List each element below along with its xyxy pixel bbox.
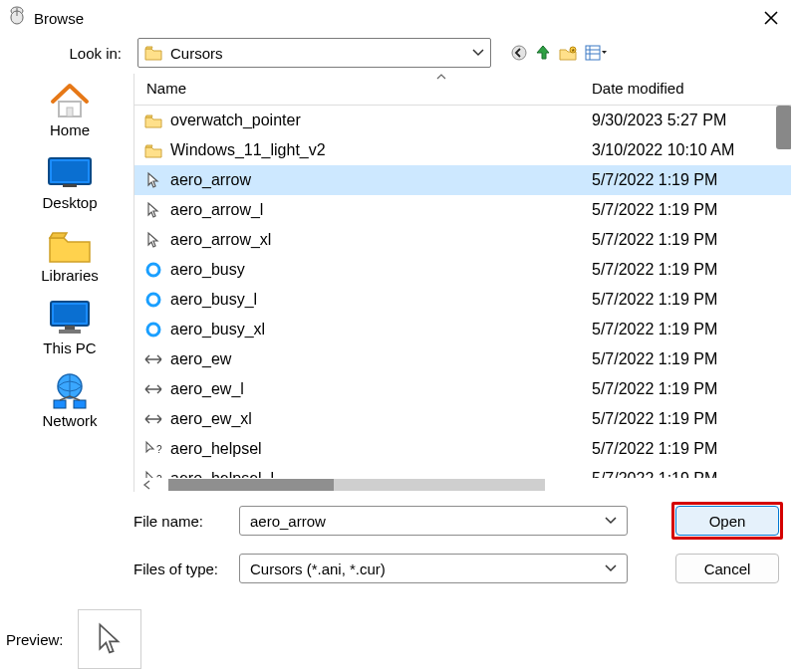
column-date-header[interactable]: Date modified xyxy=(592,80,791,97)
app-icon xyxy=(8,6,26,30)
file-date: 5/7/2022 1:19 PM xyxy=(592,321,791,338)
file-name: Windows_11_light_v2 xyxy=(164,141,592,159)
arrow-icon xyxy=(142,231,164,249)
busy-icon xyxy=(142,262,164,278)
file-row[interactable]: aero_busy5/7/2022 1:19 PM xyxy=(134,255,791,285)
file-row[interactable]: overwatch_pointer9/30/2023 5:27 PM xyxy=(134,106,791,135)
file-row[interactable]: aero_busy_xl5/7/2022 1:19 PM xyxy=(134,315,791,344)
filename-label: File name: xyxy=(14,513,227,530)
file-name: aero_busy xyxy=(164,261,592,279)
lookin-label: Look in: xyxy=(8,45,128,62)
svg-rect-11 xyxy=(67,108,73,116)
file-row[interactable]: aero_arrow_xl5/7/2022 1:19 PM xyxy=(134,225,791,255)
close-icon[interactable] xyxy=(757,8,785,28)
svg-rect-14 xyxy=(63,184,77,187)
file-date: 5/7/2022 1:19 PM xyxy=(592,171,791,189)
back-icon[interactable] xyxy=(511,45,527,61)
file-row[interactable]: Windows_11_light_v23/10/2022 10:10 AM xyxy=(134,135,791,165)
file-name: aero_helpsel xyxy=(164,440,592,458)
cancel-button[interactable]: Cancel xyxy=(675,554,779,583)
file-row[interactable]: aero_ew5/7/2022 1:19 PM xyxy=(134,344,791,374)
place-desktop-label: Desktop xyxy=(42,194,97,211)
file-row[interactable]: aero_arrow_l5/7/2022 1:19 PM xyxy=(134,195,791,225)
file-date: 5/7/2022 1:19 PM xyxy=(592,201,791,219)
ew-icon xyxy=(142,414,164,424)
file-date: 5/7/2022 1:19 PM xyxy=(592,291,791,309)
place-home-label: Home xyxy=(50,121,90,138)
busy-icon xyxy=(142,292,164,308)
file-name: aero_ew xyxy=(164,350,592,368)
arrow-icon xyxy=(142,201,164,219)
column-name-header[interactable]: Name xyxy=(142,80,592,97)
svg-point-26 xyxy=(147,324,159,336)
file-row[interactable]: aero_ew_xl5/7/2022 1:19 PM xyxy=(134,404,791,434)
svg-rect-6 xyxy=(586,46,600,60)
svg-rect-17 xyxy=(65,326,75,330)
svg-point-24 xyxy=(147,264,159,276)
filetype-select[interactable]: Cursors (*.ani, *.cur) xyxy=(239,554,628,583)
ew-icon xyxy=(142,354,164,364)
file-date: 5/7/2022 1:19 PM xyxy=(592,440,791,458)
horizontal-scrollbar[interactable] xyxy=(134,478,791,492)
file-name: aero_arrow xyxy=(164,171,592,189)
svg-point-3 xyxy=(512,46,526,60)
svg-rect-20 xyxy=(54,400,66,408)
place-libraries-label: Libraries xyxy=(41,267,99,284)
file-date: 5/7/2022 1:19 PM xyxy=(592,470,791,478)
file-row[interactable]: aero_ew_l5/7/2022 1:19 PM xyxy=(134,374,791,404)
file-date: 5/7/2022 1:19 PM xyxy=(592,350,791,368)
file-date: 3/10/2022 10:10 AM xyxy=(592,141,791,159)
sort-indicator-icon xyxy=(436,74,446,80)
ew-icon xyxy=(142,384,164,394)
file-name: aero_ew_l xyxy=(164,380,592,398)
svg-text:?: ? xyxy=(156,444,162,455)
up-icon[interactable] xyxy=(535,45,551,61)
folder-icon xyxy=(142,113,164,128)
file-name: overwatch_pointer xyxy=(164,112,592,129)
lookin-combo[interactable]: Cursors xyxy=(137,38,491,68)
svg-rect-16 xyxy=(54,305,86,323)
file-name: aero_busy_xl xyxy=(164,321,592,338)
help-icon: ? xyxy=(142,470,164,478)
places-bar: Home Desktop Libraries xyxy=(6,74,133,492)
arrow-icon xyxy=(142,171,164,189)
open-button-highlight: Open xyxy=(671,502,783,540)
place-thispc[interactable]: This PC xyxy=(10,300,130,356)
chevron-down-icon xyxy=(605,517,617,525)
file-name: aero_ew_xl xyxy=(164,410,592,428)
file-date: 5/7/2022 1:19 PM xyxy=(592,231,791,249)
view-menu-icon[interactable] xyxy=(585,45,607,61)
file-name: aero_arrow_xl xyxy=(164,231,592,249)
folder-icon xyxy=(144,46,162,60)
file-date: 5/7/2022 1:19 PM xyxy=(592,380,791,398)
place-libraries[interactable]: Libraries xyxy=(10,227,130,284)
file-row[interactable]: aero_arrow5/7/2022 1:19 PM xyxy=(134,165,791,195)
window-title: Browse xyxy=(34,10,84,27)
svg-text:?: ? xyxy=(156,474,162,478)
file-row[interactable]: ?aero_helpsel_l5/7/2022 1:19 PM xyxy=(134,464,791,478)
file-name: aero_busy_l xyxy=(164,291,592,309)
filetype-value: Cursors (*.ani, *.cur) xyxy=(250,560,386,577)
file-row[interactable]: ?aero_helpsel5/7/2022 1:19 PM xyxy=(134,434,791,464)
place-network[interactable]: Network xyxy=(10,372,130,429)
file-name: aero_helpsel_l xyxy=(164,470,592,478)
vertical-scrollbar[interactable] xyxy=(776,106,791,149)
place-network-label: Network xyxy=(42,412,97,429)
file-date: 5/7/2022 1:19 PM xyxy=(592,261,791,279)
open-button[interactable]: Open xyxy=(675,506,779,536)
new-folder-icon[interactable]: ★ xyxy=(559,46,577,61)
chevron-down-icon xyxy=(605,564,617,572)
help-icon: ? xyxy=(142,440,164,458)
place-desktop[interactable]: Desktop xyxy=(10,154,130,211)
lookin-value: Cursors xyxy=(170,45,223,62)
busy-icon xyxy=(142,322,164,337)
file-list: Name Date modified overwatch_pointer9/30… xyxy=(133,74,791,492)
svg-rect-18 xyxy=(59,330,81,334)
file-date: 5/7/2022 1:19 PM xyxy=(592,410,791,428)
file-row[interactable]: aero_busy_l5/7/2022 1:19 PM xyxy=(134,285,791,315)
preview-box xyxy=(78,609,141,669)
file-date: 9/30/2023 5:27 PM xyxy=(592,112,791,129)
place-home[interactable]: Home xyxy=(10,82,130,138)
filename-input[interactable]: aero_arrow xyxy=(239,506,628,536)
svg-rect-21 xyxy=(74,400,86,408)
